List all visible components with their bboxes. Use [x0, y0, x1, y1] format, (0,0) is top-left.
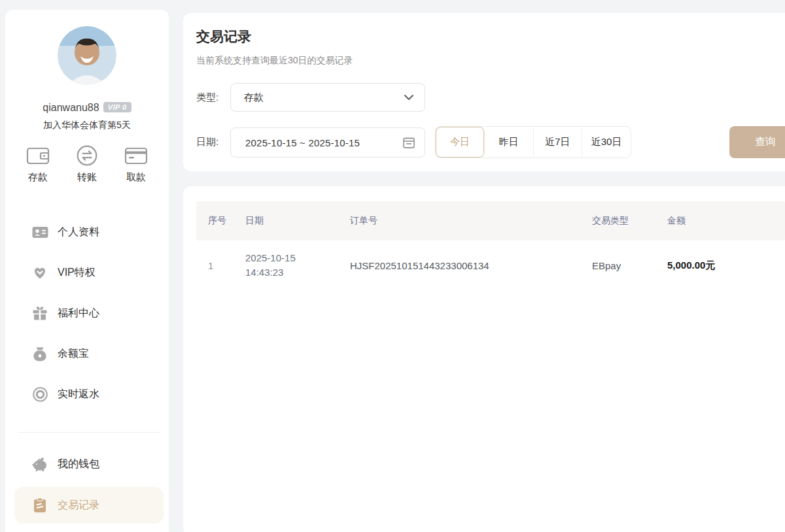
- sidebar-item-profile[interactable]: 个人资料: [5, 212, 169, 252]
- transaction-table-card: 序号 日期 订单号 交易类型 金额 1 2025-10-15 14:43:23 …: [183, 186, 785, 532]
- piggy-bank-icon: [31, 456, 48, 472]
- date-quick-range-group: 今日 昨日 近7日 近30日: [435, 126, 631, 158]
- vip-badge: VIP 0: [103, 102, 131, 112]
- range-today-button[interactable]: 今日: [436, 127, 485, 158]
- quick-action-label: 存款: [17, 171, 59, 184]
- type-select[interactable]: 存款: [230, 83, 425, 112]
- type-filter-label: 类型:: [196, 83, 218, 112]
- date-filter-label: 日期:: [196, 127, 218, 156]
- header-index: 序号: [208, 215, 245, 227]
- header-order-no: 订单号: [350, 215, 592, 227]
- sidebar-item-rebate[interactable]: 实时返水: [5, 374, 169, 414]
- join-days-text: 加入华体会体育第5天: [5, 120, 169, 131]
- cell-amount: 5,000.00元: [667, 259, 785, 272]
- table-header-row: 序号 日期 订单号 交易类型 金额: [196, 201, 785, 241]
- sidebar-item-label: 交易记录: [58, 499, 99, 512]
- money-bag-icon: [31, 346, 48, 361]
- quick-action-label: 取款: [115, 171, 157, 184]
- cell-date: 2025-10-15 14:43:23: [245, 251, 350, 280]
- cell-type: EBpay: [592, 260, 667, 271]
- header-type: 交易类型: [592, 215, 667, 227]
- date-range-value: 2025-10-15 ~ 2025-10-15: [245, 137, 402, 148]
- sidebar-item-welfare[interactable]: 福利中心: [5, 293, 169, 333]
- vip-heart-icon: [31, 265, 48, 280]
- clipboard-icon: [31, 497, 48, 513]
- quick-actions: 存款 转账 取款: [17, 144, 157, 184]
- quick-action-label: 转账: [66, 171, 108, 184]
- search-button[interactable]: 查询: [729, 126, 785, 158]
- sidebar-item-label: 我的钱包: [58, 457, 99, 471]
- header-amount: 金额: [667, 215, 785, 227]
- range-yesterday-button[interactable]: 昨日: [485, 127, 534, 158]
- sidebar-divider: [18, 432, 161, 433]
- sidebar-item-label: 余额宝: [58, 347, 89, 361]
- type-select-value: 存款: [244, 91, 404, 104]
- date-range-input[interactable]: 2025-10-15 ~ 2025-10-15: [230, 127, 425, 158]
- sidebar-item-yuebao[interactable]: 余额宝: [5, 333, 169, 374]
- range-30days-button[interactable]: 近30日: [582, 127, 631, 158]
- avatar: [58, 26, 116, 85]
- coin-icon: [31, 386, 48, 402]
- user-sidebar: qianwanu88VIP 0 加入华体会体育第5天 存款 转账: [5, 10, 169, 532]
- cell-order-no: HJSF202510151443233006134: [350, 260, 592, 271]
- chevron-down-icon: [404, 94, 414, 101]
- header-date: 日期: [245, 215, 350, 227]
- id-card-icon: [31, 224, 48, 240]
- transfer-icon: [66, 144, 108, 167]
- page-subtitle: 当前系统支持查询最近30日的交易记录: [196, 55, 353, 67]
- sidebar-item-label: 实时返水: [58, 388, 99, 401]
- page-title: 交易记录: [196, 27, 251, 46]
- sidebar-item-wallet[interactable]: 我的钱包: [5, 444, 169, 484]
- sidebar-item-label: VIP特权: [58, 266, 96, 280]
- calendar-icon: [402, 136, 415, 149]
- quick-action-deposit[interactable]: 存款: [17, 144, 59, 184]
- transaction-filter-card: 交易记录 当前系统支持查询最近30日的交易记录 类型: 存款 日期: 2025-…: [183, 13, 785, 171]
- sidebar-menu-wallet: 我的钱包 交易记录: [5, 444, 169, 524]
- sidebar-item-label: 福利中心: [58, 307, 99, 320]
- cell-index: 1: [208, 260, 245, 271]
- quick-action-transfer[interactable]: 转账: [66, 144, 108, 184]
- wallet-icon: [17, 144, 59, 167]
- cell-date-time: 14:43:23: [245, 267, 283, 278]
- bank-card-icon: [115, 144, 157, 167]
- sidebar-item-vip[interactable]: VIP特权: [5, 252, 169, 293]
- table-row: 1 2025-10-15 14:43:23 HJSF20251015144323…: [196, 241, 785, 290]
- username: qianwanu88: [43, 102, 99, 113]
- username-row: qianwanu88VIP 0: [5, 102, 169, 114]
- sidebar-item-transactions[interactable]: 交易记录: [14, 487, 164, 524]
- range-7days-button[interactable]: 近7日: [534, 127, 583, 158]
- quick-action-withdraw[interactable]: 取款: [115, 144, 157, 184]
- gift-icon: [31, 305, 48, 321]
- sidebar-item-label: 个人资料: [58, 225, 99, 239]
- cell-date-day: 2025-10-15: [245, 252, 296, 263]
- sidebar-menu: 个人资料 VIP特权 福利中心: [5, 212, 169, 414]
